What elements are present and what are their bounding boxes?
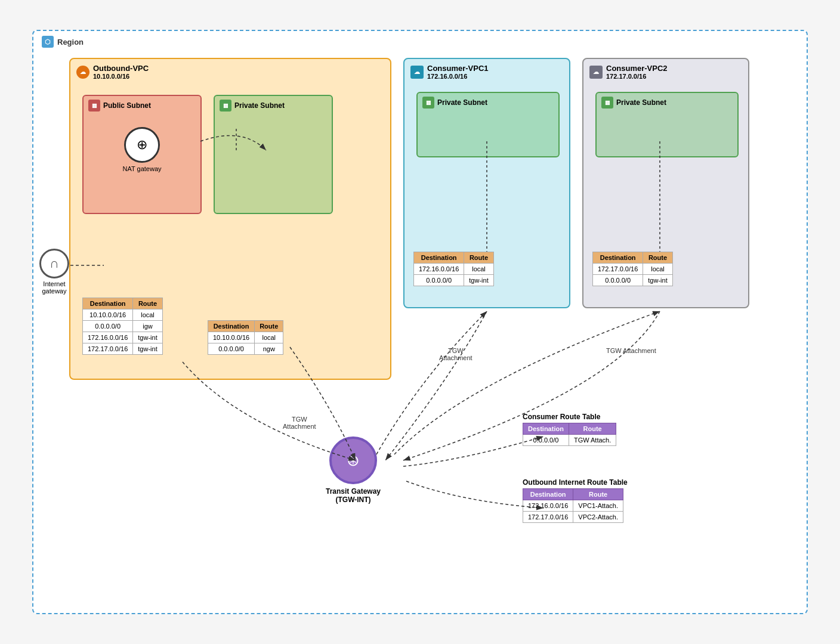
consumer-vpc1-subnet-label: Private Subnet [437,98,487,107]
outbound-vpc-header: ☁ Outbound-VPC 10.10.0.0/16 [70,59,390,85]
cell: 172.17.0.0/16 [593,264,643,275]
table-row: 172.17.0.0/16 tgw-int [83,343,163,355]
cell: tgw-int [133,343,162,355]
nat-icon: ⊕ [124,127,160,163]
rt-c2-route-header: Route [643,252,672,264]
consumer-vpc2-icon: ☁ [589,66,603,79]
rt-c1-dest-header: Destination [414,252,464,264]
cell: 0.0.0.0/0 [414,275,464,286]
table-row: 0.0.0.0/0 igw [83,321,163,332]
ort-route-header: Route [573,489,623,500]
consumer-vpc2: ☁ Consumer-VPC2 172.17.0.0/16 ▦ Private … [582,58,749,308]
public-subnet-icon: ▦ [88,100,100,112]
cell: igw [133,321,162,332]
consumer-vpc2-subnet-header: ▦ Private Subnet [597,93,737,112]
rt-public-route-header: Route [133,298,162,309]
tgw-attach-label-vpc2: TGW Attachment [606,347,656,354]
rt-consumer2-table: Destination Route 172.17.0.0/16 local 0.… [592,252,673,286]
tgw-to-consumer1 [376,311,487,454]
consumer-vpc1-name: Consumer-VPC1 [427,64,489,73]
region-icon: ⬡ [42,36,54,48]
cell: local [643,264,672,275]
cell: 172.17.0.0/16 [83,343,133,355]
table-row: 0.0.0.0/0 tgw-int [593,275,673,286]
rt-public-dest-header: Destination [83,298,133,309]
cell: 10.10.0.0/16 [83,309,133,321]
cell: local [255,332,283,343]
table-row: 0.0.0.0/0 tgw-int [414,275,494,286]
cell: 172.17.0.0/16 [523,512,573,523]
rt-private: Destination Route 10.10.0.0/16 local 0.0… [208,320,283,355]
public-subnet: ▦ Public Subnet ⊕ NAT gateway [82,95,202,214]
table-row: 172.17.0.0/16 local [593,264,673,275]
outbound-internet-route-table-box: Outbound Internet Route Table Destinatio… [523,478,628,523]
outbound-vpc-name: Outbound-VPC [93,64,149,73]
public-subnet-label: Public Subnet [103,101,151,110]
cell: 172.16.0.0/16 [523,500,573,512]
consumer-vpc1-private-subnet: ▦ Private Subnet [416,92,560,157]
tgw-label: Transit Gateway (TGW-INT) [326,487,381,504]
table-row: 172.16.0.0/16 local [414,264,494,275]
cell: local [133,309,162,321]
nat-gateway-container: ⊕ NAT gateway [84,127,200,172]
crt-dest-header: Destination [523,423,569,435]
tgw-icon: ⊛ [329,436,377,484]
table-row: 0.0.0.0/0 TGW Attach. [523,435,616,446]
cell: 0.0.0.0/0 [208,343,255,355]
internet-gateway: ∩ Internetgateway [39,249,69,295]
cell: VPC2-Attach. [573,512,623,523]
table-row: 172.16.0.0/16 tgw-int [83,332,163,343]
table-row: 10.10.0.0/16 local [208,332,283,343]
crt-route-header: Route [569,423,616,435]
private-subnet-outbound-label: Private Subnet [234,101,285,110]
consumer-rt-table: Destination Route 0.0.0.0/0 TGW Attach. [523,423,616,446]
rt-public-table: Destination Route 10.10.0.0/16 local 0.0… [82,298,163,355]
outbound-rt-title: Outbound Internet Route Table [523,478,628,487]
rt-c2-dest-header: Destination [593,252,643,264]
consumer-route-table-box: Consumer Route Table Destination Route 0… [523,413,616,446]
rt-private-dest-header: Destination [208,321,255,332]
private-subnet-outbound: ▦ Private Subnet [214,95,333,214]
rt-c1-route-header: Route [464,252,493,264]
tgw-attach-label-vpc1: TGWAttachment [439,347,472,361]
consumer-vpc2-header: ☁ Consumer-VPC2 172.17.0.0/16 [583,59,748,85]
consumer-vpc1: ☁ Consumer-VPC1 172.16.0.0/16 ▦ Private … [403,58,570,308]
consumer1-rt-to-tgw [385,311,487,460]
cell: 172.16.0.0/16 [83,332,133,343]
cell: VPC1-Attach. [573,500,623,512]
ort-dest-header: Destination [523,489,573,500]
table-row: 0.0.0.0/0 ngw [208,343,283,355]
region-text: Region [57,38,84,47]
rt-consumer1-table: Destination Route 172.16.0.0/16 local 0.… [413,252,494,286]
tgw-attach-label-left: TGWAttachment [283,416,316,430]
main-canvas: ⬡ Region ∩ Internetgateway ☁ Outbound-VP… [32,30,808,614]
rt-consumer1: Destination Route 172.16.0.0/16 local 0.… [413,252,494,286]
consumer-rt-title: Consumer Route Table [523,413,616,421]
rt-consumer2: Destination Route 172.17.0.0/16 local 0.… [592,252,673,286]
table-row: 172.17.0.0/16 VPC2-Attach. [523,512,623,523]
rt-public: Destination Route 10.10.0.0/16 local 0.0… [82,298,163,355]
private-subnet-outbound-icon: ▦ [220,100,231,112]
rt-private-route-header: Route [255,321,283,332]
cell: 0.0.0.0/0 [523,435,569,446]
transit-gateway: ⊛ Transit Gateway (TGW-INT) [326,436,381,504]
cell: tgw-int [464,275,493,286]
consumer-vpc1-cidr: 172.16.0.0/16 [427,73,489,80]
table-row: 172.16.0.0/16 VPC1-Attach. [523,500,623,512]
cell: 0.0.0.0/0 [593,275,643,286]
consumer-vpc2-private-subnet: ▦ Private Subnet [595,92,739,157]
cell: local [464,264,493,275]
consumer-vpc1-header: ☁ Consumer-VPC1 172.16.0.0/16 [404,59,569,85]
cell: tgw-int [643,275,672,286]
nat-label: NAT gateway [122,165,161,172]
consumer-vpc2-cidr: 172.17.0.0/16 [606,73,668,80]
outbound-vpc-cidr: 10.10.0.0/16 [93,73,149,80]
cell: 0.0.0.0/0 [83,321,133,332]
private-subnet-outbound-header: ▦ Private Subnet [215,96,332,115]
consumer-vpc1-icon: ☁ [410,66,424,79]
cell: tgw-int [133,332,162,343]
cell: TGW Attach. [569,435,616,446]
outbound-rt-table: Destination Route 172.16.0.0/16 VPC1-Att… [523,488,623,523]
igw-icon: ∩ [39,249,69,278]
outbound-vpc-icon: ☁ [76,66,89,79]
